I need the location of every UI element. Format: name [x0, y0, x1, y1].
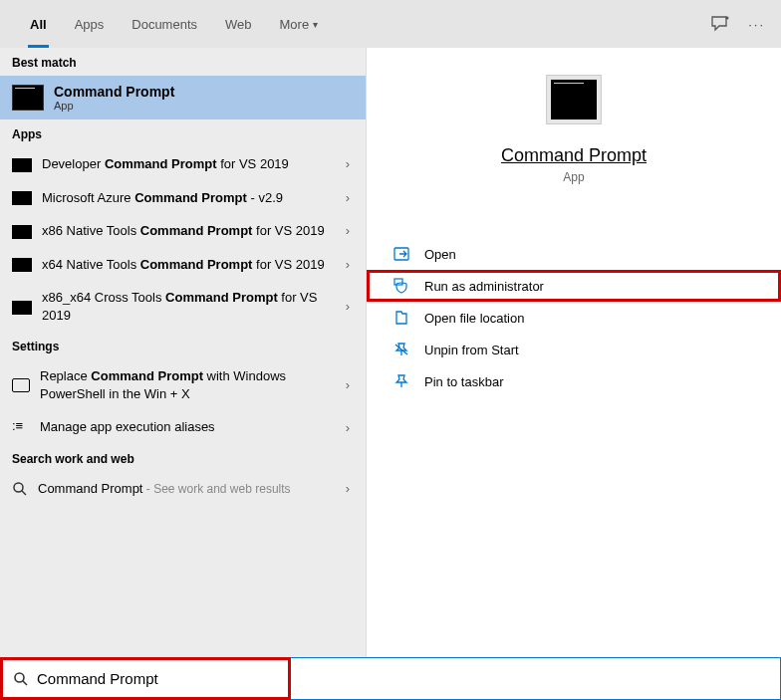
- settings-result[interactable]: Replace Command Prompt with Windows Powe…: [0, 359, 366, 410]
- svg-line-2: [22, 491, 26, 495]
- command-prompt-icon: [12, 85, 44, 111]
- app-result[interactable]: x86 Native Tools Command Prompt for VS 2…: [0, 214, 366, 248]
- chevron-right-icon[interactable]: ›: [346, 299, 354, 314]
- unpin-icon: [392, 342, 410, 357]
- chevron-right-icon[interactable]: ›: [346, 190, 354, 205]
- chevron-right-icon[interactable]: ›: [346, 156, 354, 171]
- tab-documents[interactable]: Documents: [118, 0, 211, 48]
- preview-title[interactable]: Command Prompt: [387, 145, 761, 166]
- svg-point-1: [14, 483, 23, 492]
- app-result[interactable]: x86_x64 Cross Tools Command Prompt for V…: [0, 281, 366, 332]
- list-icon: [12, 420, 30, 434]
- action-pin-to-taskbar[interactable]: Pin to taskbar: [367, 365, 781, 397]
- pin-icon: [392, 373, 410, 389]
- chevron-right-icon[interactable]: ›: [346, 257, 354, 272]
- app-icon: [12, 191, 32, 205]
- search-icon: [13, 671, 29, 687]
- tab-all[interactable]: All: [16, 0, 61, 48]
- action-open[interactable]: Open: [367, 238, 781, 270]
- tab-apps[interactable]: Apps: [61, 0, 119, 48]
- app-result[interactable]: Microsoft Azure Command Prompt - v2.9 ›: [0, 181, 366, 215]
- chevron-right-icon[interactable]: ›: [346, 481, 354, 496]
- preview-type: App: [387, 170, 761, 184]
- results-panel: Best match Command Prompt App Apps Devel…: [0, 48, 366, 657]
- chevron-right-icon[interactable]: ›: [346, 377, 354, 392]
- settings-icon: [12, 378, 30, 392]
- preview-panel: Command Prompt App Open Run as administr…: [366, 48, 781, 657]
- chevron-right-icon[interactable]: ›: [346, 420, 354, 435]
- app-icon: [12, 301, 32, 315]
- search-box[interactable]: [0, 657, 291, 700]
- section-apps: Apps: [0, 119, 366, 147]
- best-match-title: Command Prompt: [54, 84, 174, 100]
- svg-point-6: [15, 673, 24, 682]
- tab-more[interactable]: More▾: [266, 0, 333, 48]
- svg-point-0: [726, 17, 729, 20]
- section-settings: Settings: [0, 332, 366, 359]
- best-match-result[interactable]: Command Prompt App: [0, 76, 366, 119]
- feedback-icon[interactable]: [710, 15, 730, 33]
- section-web: Search work and web: [0, 444, 366, 472]
- search-icon: [12, 481, 28, 497]
- preview-app-icon: [547, 76, 601, 123]
- settings-result[interactable]: Manage app execution aliases ›: [0, 410, 366, 444]
- app-icon: [12, 258, 32, 272]
- best-match-type: App: [54, 100, 174, 112]
- section-best-match: Best match: [0, 48, 366, 76]
- tab-web[interactable]: Web: [211, 0, 266, 48]
- chevron-down-icon: ▾: [313, 19, 318, 30]
- search-bar: [0, 657, 781, 700]
- taskbar-remainder: [291, 657, 781, 700]
- app-icon: [12, 225, 32, 239]
- action-open-file-location[interactable]: Open file location: [367, 302, 781, 334]
- chevron-right-icon[interactable]: ›: [346, 223, 354, 238]
- folder-icon: [392, 310, 410, 326]
- app-result[interactable]: Developer Command Prompt for VS 2019 ›: [0, 147, 366, 181]
- filter-tabs-bar: All Apps Documents Web More▾ ···: [0, 0, 781, 48]
- web-result[interactable]: Command Prompt - See work and web result…: [0, 472, 366, 506]
- search-input[interactable]: [37, 670, 278, 687]
- svg-rect-4: [394, 279, 402, 285]
- app-result[interactable]: x64 Native Tools Command Prompt for VS 2…: [0, 248, 366, 282]
- shield-icon: [392, 278, 410, 294]
- app-icon: [12, 158, 32, 172]
- action-run-as-administrator[interactable]: Run as administrator: [367, 270, 781, 302]
- more-options-icon[interactable]: ···: [748, 17, 765, 32]
- svg-line-7: [23, 681, 27, 685]
- open-icon: [392, 246, 410, 262]
- action-unpin-from-start[interactable]: Unpin from Start: [367, 334, 781, 365]
